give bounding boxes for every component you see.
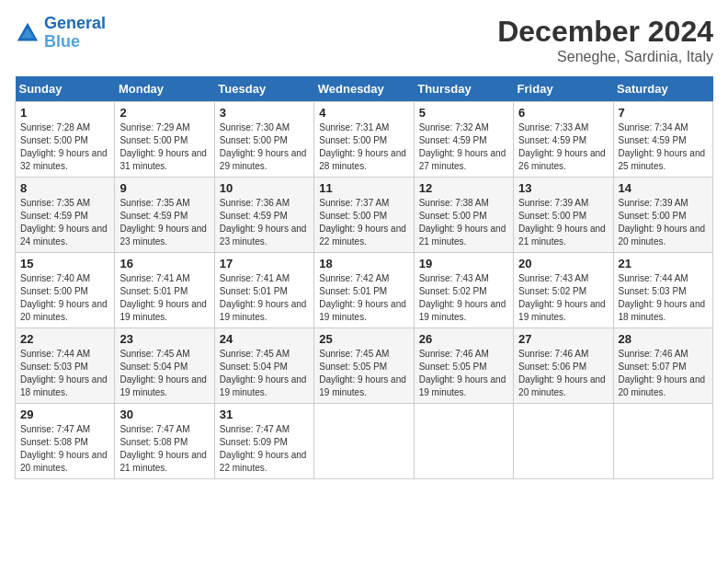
day-info: Sunrise: 7:41 AM Sunset: 5:01 PM Dayligh… (119, 272, 209, 324)
day-info: Sunrise: 7:39 AM Sunset: 5:00 PM Dayligh… (619, 197, 708, 248)
day-info: Sunrise: 7:35 AM Sunset: 4:59 PM Dayligh… (20, 197, 109, 248)
day-number: 17 (220, 257, 309, 270)
calendar-cell (414, 404, 513, 479)
day-info: Sunrise: 7:47 AM Sunset: 5:09 PM Dayligh… (220, 423, 309, 475)
day-info: Sunrise: 7:47 AM Sunset: 5:08 PM Dayligh… (119, 423, 209, 475)
day-info: Sunrise: 7:30 AM Sunset: 5:00 PM Dayligh… (220, 121, 309, 173)
day-number: 20 (518, 257, 608, 270)
calendar-header-friday: Friday (514, 76, 613, 102)
day-info: Sunrise: 7:39 AM Sunset: 5:00 PM Dayligh… (518, 197, 608, 248)
calendar-cell: 7 Sunrise: 7:34 AM Sunset: 4:59 PM Dayli… (613, 102, 712, 178)
day-number: 31 (220, 408, 309, 421)
day-info: Sunrise: 7:45 AM Sunset: 5:05 PM Dayligh… (319, 348, 408, 399)
day-number: 30 (119, 408, 209, 421)
day-number: 27 (518, 332, 608, 346)
day-number: 18 (319, 257, 408, 270)
calendar-cell: 25 Sunrise: 7:45 AM Sunset: 5:05 PM Dayl… (314, 328, 414, 404)
calendar-week-row: 8 Sunrise: 7:35 AM Sunset: 4:59 PM Dayli… (16, 178, 713, 253)
day-number: 12 (419, 181, 508, 195)
day-number: 28 (619, 332, 708, 346)
calendar-cell: 31 Sunrise: 7:47 AM Sunset: 5:09 PM Dayl… (214, 404, 313, 479)
calendar-cell: 19 Sunrise: 7:43 AM Sunset: 5:02 PM Dayl… (414, 253, 513, 328)
day-number: 22 (20, 332, 109, 346)
calendar-header-row: SundayMondayTuesdayWednesdayThursdayFrid… (16, 76, 713, 102)
day-number: 19 (419, 257, 508, 270)
calendar-cell: 4 Sunrise: 7:31 AM Sunset: 5:00 PM Dayli… (314, 102, 414, 178)
day-number: 29 (20, 408, 109, 421)
day-number: 9 (119, 181, 209, 195)
calendar-header-tuesday: Tuesday (214, 76, 313, 102)
day-info: Sunrise: 7:44 AM Sunset: 5:03 PM Dayligh… (20, 348, 109, 399)
day-info: Sunrise: 7:28 AM Sunset: 5:00 PM Dayligh… (20, 121, 109, 173)
calendar-cell: 9 Sunrise: 7:35 AM Sunset: 4:59 PM Dayli… (115, 178, 214, 253)
calendar-week-row: 29 Sunrise: 7:47 AM Sunset: 5:08 PM Dayl… (16, 404, 713, 479)
calendar-header-saturday: Saturday (613, 76, 712, 102)
day-number: 25 (319, 332, 408, 346)
logo-text: General Blue (44, 15, 106, 52)
calendar-week-row: 1 Sunrise: 7:28 AM Sunset: 5:00 PM Dayli… (16, 102, 713, 178)
day-number: 1 (20, 106, 109, 120)
day-info: Sunrise: 7:46 AM Sunset: 5:05 PM Dayligh… (419, 348, 508, 399)
calendar-cell: 26 Sunrise: 7:46 AM Sunset: 5:05 PM Dayl… (414, 328, 513, 404)
calendar-cell (514, 404, 613, 479)
day-number: 16 (119, 257, 209, 270)
calendar-header-thursday: Thursday (414, 76, 513, 102)
day-info: Sunrise: 7:40 AM Sunset: 5:00 PM Dayligh… (20, 272, 109, 324)
calendar-cell: 3 Sunrise: 7:30 AM Sunset: 5:00 PM Dayli… (214, 102, 313, 178)
calendar-cell (613, 404, 712, 479)
day-number: 8 (20, 181, 109, 195)
calendar-cell: 5 Sunrise: 7:32 AM Sunset: 4:59 PM Dayli… (414, 102, 513, 178)
calendar-cell: 1 Sunrise: 7:28 AM Sunset: 5:00 PM Dayli… (16, 102, 115, 178)
location-title: Seneghe, Sardinia, Italy (497, 49, 713, 65)
calendar-cell: 13 Sunrise: 7:39 AM Sunset: 5:00 PM Dayl… (514, 178, 613, 253)
day-info: Sunrise: 7:36 AM Sunset: 4:59 PM Dayligh… (220, 197, 309, 248)
calendar-week-row: 15 Sunrise: 7:40 AM Sunset: 5:00 PM Dayl… (16, 253, 713, 328)
page-header: General Blue December 2024 Seneghe, Sard… (15, 15, 713, 65)
calendar-header-sunday: Sunday (16, 76, 115, 102)
calendar-cell: 11 Sunrise: 7:37 AM Sunset: 5:00 PM Dayl… (314, 178, 414, 253)
day-info: Sunrise: 7:37 AM Sunset: 5:00 PM Dayligh… (319, 197, 408, 248)
day-number: 3 (220, 106, 309, 120)
day-info: Sunrise: 7:38 AM Sunset: 5:00 PM Dayligh… (419, 197, 508, 248)
title-block: December 2024 Seneghe, Sardinia, Italy (497, 15, 713, 65)
day-info: Sunrise: 7:43 AM Sunset: 5:02 PM Dayligh… (419, 272, 508, 324)
calendar-cell: 23 Sunrise: 7:45 AM Sunset: 5:04 PM Dayl… (115, 328, 214, 404)
day-info: Sunrise: 7:35 AM Sunset: 4:59 PM Dayligh… (119, 197, 209, 248)
calendar-cell: 28 Sunrise: 7:46 AM Sunset: 5:07 PM Dayl… (613, 328, 712, 404)
calendar-cell: 30 Sunrise: 7:47 AM Sunset: 5:08 PM Dayl… (115, 404, 214, 479)
calendar-cell: 29 Sunrise: 7:47 AM Sunset: 5:08 PM Dayl… (16, 404, 115, 479)
logo: General Blue (15, 15, 106, 52)
day-info: Sunrise: 7:31 AM Sunset: 5:00 PM Dayligh… (319, 121, 408, 173)
calendar-cell: 14 Sunrise: 7:39 AM Sunset: 5:00 PM Dayl… (613, 178, 712, 253)
calendar-header-wednesday: Wednesday (314, 76, 414, 102)
calendar-cell: 8 Sunrise: 7:35 AM Sunset: 4:59 PM Dayli… (16, 178, 115, 253)
day-info: Sunrise: 7:42 AM Sunset: 5:01 PM Dayligh… (319, 272, 408, 324)
month-title: December 2024 (497, 15, 713, 49)
day-number: 6 (518, 106, 608, 120)
calendar-cell: 27 Sunrise: 7:46 AM Sunset: 5:06 PM Dayl… (514, 328, 613, 404)
day-number: 2 (119, 106, 209, 120)
calendar-cell: 15 Sunrise: 7:40 AM Sunset: 5:00 PM Dayl… (16, 253, 115, 328)
calendar-cell: 16 Sunrise: 7:41 AM Sunset: 5:01 PM Dayl… (115, 253, 214, 328)
calendar-cell: 10 Sunrise: 7:36 AM Sunset: 4:59 PM Dayl… (214, 178, 313, 253)
day-info: Sunrise: 7:34 AM Sunset: 4:59 PM Dayligh… (619, 121, 708, 173)
calendar-cell: 21 Sunrise: 7:44 AM Sunset: 5:03 PM Dayl… (613, 253, 712, 328)
day-number: 7 (619, 106, 708, 120)
calendar-cell: 2 Sunrise: 7:29 AM Sunset: 5:00 PM Dayli… (115, 102, 214, 178)
calendar-cell: 12 Sunrise: 7:38 AM Sunset: 5:00 PM Dayl… (414, 178, 513, 253)
calendar-table: SundayMondayTuesdayWednesdayThursdayFrid… (15, 76, 713, 479)
day-number: 13 (518, 181, 608, 195)
calendar-cell (314, 404, 414, 479)
calendar-cell: 17 Sunrise: 7:41 AM Sunset: 5:01 PM Dayl… (214, 253, 313, 328)
calendar-cell: 6 Sunrise: 7:33 AM Sunset: 4:59 PM Dayli… (514, 102, 613, 178)
day-info: Sunrise: 7:46 AM Sunset: 5:07 PM Dayligh… (619, 348, 708, 399)
day-info: Sunrise: 7:32 AM Sunset: 4:59 PM Dayligh… (419, 121, 508, 173)
day-number: 15 (20, 257, 109, 270)
day-number: 26 (419, 332, 508, 346)
day-number: 23 (119, 332, 209, 346)
day-info: Sunrise: 7:47 AM Sunset: 5:08 PM Dayligh… (20, 423, 109, 475)
calendar-cell: 18 Sunrise: 7:42 AM Sunset: 5:01 PM Dayl… (314, 253, 414, 328)
day-info: Sunrise: 7:33 AM Sunset: 4:59 PM Dayligh… (518, 121, 608, 173)
day-info: Sunrise: 7:45 AM Sunset: 5:04 PM Dayligh… (119, 348, 209, 399)
calendar-header-monday: Monday (115, 76, 214, 102)
